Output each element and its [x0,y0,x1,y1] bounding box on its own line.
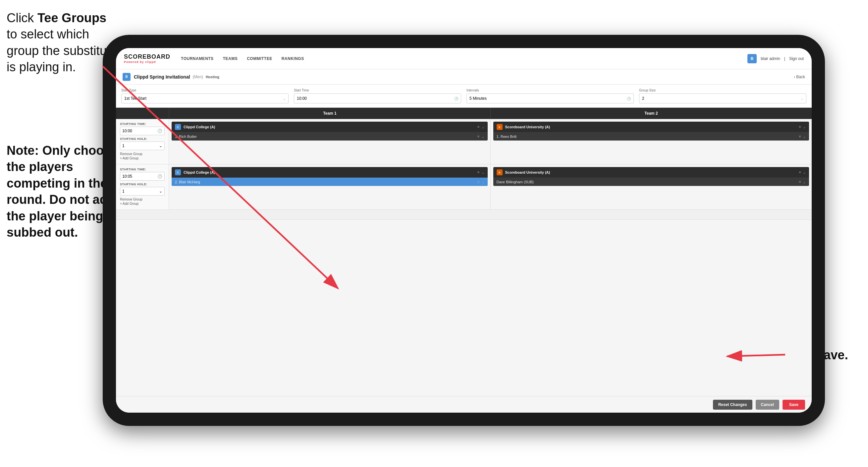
player-row-2-2-0[interactable]: Dave Billingham (SUB) × ⌄ [493,178,809,186]
nav-bar: SCOREBOARD Powered by clippd TOURNAMENTS… [116,48,812,69]
player-expand-icon-2-2-0[interactable]: ⌄ [803,180,806,184]
tournament-name: Clippd Spring Invitational [134,74,190,80]
group-actions-2: Remove Group + Add Group [120,198,165,205]
team-expand-icon-2-2[interactable]: ⌄ [803,171,806,174]
start-time-group: Start Time 10:00 🕐 [294,88,461,104]
player-remove-icon-2-1-0[interactable]: × [477,180,479,184]
subheader: B Clippd Spring Invitational (Men) Hosti… [116,69,812,85]
team-column-2-1: C Clippd College (A) × ⌄ 2. Blair McHarg [169,165,491,209]
bottom-bar: Reset Changes Cancel Save [116,396,812,413]
intervals-value: 5 Minutes [469,96,487,101]
team-remove-icon-2-2[interactable]: × [799,170,801,175]
team-name-2-1: Clippd College (A) [184,170,477,174]
starting-time-label-1: STARTING TIME: [120,122,165,126]
team-name-2-2: Scoreboard University (A) [505,170,799,174]
start-type-group: Start Type 1st Tee Start ⌄ [121,88,288,104]
remove-group-button-1[interactable]: Remove Group [120,152,165,156]
team-card-actions-1-1: × ⌄ [477,125,484,129]
nav-committee[interactable]: COMMITTEE [247,55,272,62]
team-logo-2-1: C [175,169,181,175]
player-name-1-1-0: 1. Rich Butler [175,135,477,139]
start-time-input[interactable]: 10:00 🕐 [294,93,461,104]
team-card-header-2-1: C Clippd College (A) × ⌄ [172,167,488,178]
group-size-input[interactable]: 2 ⌄ [639,93,806,104]
tee-group-row-3-partial [116,210,812,220]
remove-group-button-2[interactable]: Remove Group [120,198,165,201]
team-card-header-1-2: S Scoreboard University (A) × ⌄ [493,122,809,132]
team-expand-icon-1-1[interactable]: ⌄ [482,125,484,129]
player-actions-1-2-0: × ⌄ [799,134,806,139]
player-row-1-1-0[interactable]: 1. Rich Butler × ⌄ [172,132,488,141]
team-remove-icon-1-2[interactable]: × [799,125,801,129]
tournament-gender: (Men) [193,75,203,79]
starting-hole-input-1[interactable]: 1 ⌄ [120,142,165,150]
team-card-1-2[interactable]: S Scoreboard University (A) × ⌄ 1. Rees … [493,122,809,141]
team-expand-icon-2-1[interactable]: ⌄ [482,171,484,174]
tablet-screen: SCOREBOARD Powered by clippd TOURNAMENTS… [116,48,812,413]
controls-row: Start Type 1st Tee Start ⌄ Start Time 10… [116,85,812,108]
starting-time-value-1: 10:00 [122,128,132,133]
group-size-value: 2 [642,96,644,101]
team-remove-icon-2-1[interactable]: × [477,170,479,175]
cancel-button[interactable]: Cancel [756,400,779,410]
tee-group-teams-1: C Clippd College (A) × ⌄ 1. Rich Butler [169,119,812,164]
add-group-button-2[interactable]: + Add Group [120,202,165,205]
starting-time-icon-2: 🕐 [157,174,162,179]
player-expand-icon-1-2-0[interactable]: ⌄ [803,135,806,139]
tee-group-left-1: STARTING TIME: 10:00 🕐 STARTING HOLE: 1 … [116,119,169,164]
starting-time-input-1[interactable]: 10:00 🕐 [120,126,165,135]
player-expand-icon-2-1-0[interactable]: ⌄ [482,180,484,184]
nav-links: TOURNAMENTS TEAMS COMMITTEE RANKINGS [181,55,747,62]
sign-out-link[interactable]: Sign out [789,56,804,61]
team-logo-1-2: S [497,124,503,130]
player-row-1-2-0[interactable]: 1. Rees Britt × ⌄ [493,132,809,141]
team-expand-icon-1-2[interactable]: ⌄ [803,125,806,129]
player-expand-icon-1-1-0[interactable]: ⌄ [482,135,484,139]
starting-hole-input-2[interactable]: 1 ⌄ [120,187,165,196]
intervals-input[interactable]: 5 Minutes 🕐 [466,93,634,104]
team-column-1-2: S Scoreboard University (A) × ⌄ 1. Rees … [491,119,812,164]
player-remove-icon-1-2-0[interactable]: × [799,134,801,139]
nav-rankings[interactable]: RANKINGS [282,55,304,62]
reset-changes-button[interactable]: Reset Changes [713,400,752,410]
nav-tournaments[interactable]: TOURNAMENTS [181,55,214,62]
start-type-label: Start Type [121,88,288,92]
team2-header: Team 2 [490,108,812,119]
group-size-label: Group Size [639,88,806,92]
team-card-2-1[interactable]: C Clippd College (A) × ⌄ 2. Blair McHarg [172,167,488,186]
tee-group-teams-2: C Clippd College (A) × ⌄ 2. Blair McHarg [169,165,812,209]
tee-groups-bold: Tee Groups [37,11,106,25]
player-remove-icon-2-2-0[interactable]: × [799,180,801,184]
start-type-input[interactable]: 1st Tee Start ⌄ [121,93,288,104]
starting-time-icon-1: 🕐 [157,128,162,133]
player-row-2-1-0[interactable]: 2. Blair McHarg × ⌄ [172,178,488,186]
team-card-2-2[interactable]: S Scoreboard University (A) × ⌄ Dave Bil… [493,167,809,186]
tee-group-left-2: STARTING TIME: 10:05 🕐 STARTING HOLE: 1 … [116,165,169,209]
team-card-actions-2-1: × ⌄ [477,170,484,175]
group-size-arrow-icon: ⌄ [801,97,803,100]
table-header: Team 1 Team 2 [116,108,812,119]
tee-groups-scroll[interactable]: STARTING TIME: 10:00 🕐 STARTING HOLE: 1 … [116,119,812,396]
team-remove-icon-1-1[interactable]: × [477,125,479,129]
nav-teams[interactable]: TEAMS [223,55,238,62]
back-button[interactable]: ‹ Back [794,75,805,79]
starting-time-value-2: 10:05 [122,174,132,179]
avatar: B [747,54,757,63]
tee-group-row-1: STARTING TIME: 10:00 🕐 STARTING HOLE: 1 … [116,119,812,165]
intervals-group: Intervals 5 Minutes 🕐 [466,88,634,104]
team-logo-1-1: C [175,124,181,130]
tee-group-row-2: STARTING TIME: 10:05 🕐 STARTING HOLE: 1 … [116,165,812,210]
start-time-clock-icon: 🕐 [454,97,458,100]
team-logo-2-2: S [497,169,503,175]
player-remove-icon-1-1-0[interactable]: × [477,134,479,139]
note-bold-label: Note: Only choose the players competing … [7,144,118,239]
team-card-1-1[interactable]: C Clippd College (A) × ⌄ 1. Rich Butler [172,122,488,141]
logo-title: SCOREBOARD [124,53,170,60]
player-name-1-2-0: 1. Rees Britt [497,135,799,139]
starting-time-input-2[interactable]: 10:05 🕐 [120,172,165,181]
nav-separator: | [784,56,785,61]
add-group-button-1[interactable]: + Add Group [120,156,165,160]
player-name-2-1-0: 2. Blair McHarg [175,180,477,184]
team-card-actions-1-2: × ⌄ [799,125,806,129]
save-button[interactable]: Save [782,400,805,410]
